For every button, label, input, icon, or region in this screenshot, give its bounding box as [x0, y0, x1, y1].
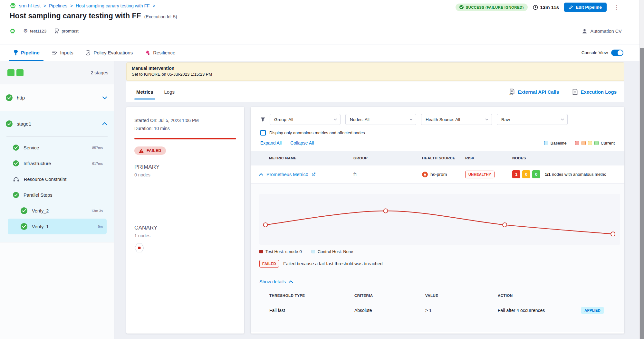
verification-progress-bar	[134, 138, 236, 139]
external-api-calls-link[interactable]: API External API Calls	[509, 89, 559, 95]
breadcrumb-separator: >	[153, 3, 155, 8]
divider	[6, 136, 108, 137]
resilience-icon	[145, 50, 150, 55]
anomalous-filter[interactable]: Display only anomalous metrics and affec…	[260, 130, 624, 136]
metric-details-expanded: Test Host: c-node-0 Control Host: None F…	[251, 184, 624, 332]
step-infrastructure[interactable]: Infrastructure 617ms	[8, 155, 107, 171]
document-icon	[572, 89, 578, 95]
metrics-filter-row: Group: All Nodes: All Health Source: All…	[251, 107, 624, 125]
nodes-summary-text: nodes with anomalous metric	[552, 172, 606, 177]
anomalous-node-count: 1	[512, 170, 520, 178]
breadcrumb-separator: >	[43, 3, 46, 8]
execution-logs-label: Execution Logs	[581, 89, 617, 95]
stages-summary: 2 stages	[0, 61, 114, 84]
chevron-down-icon	[102, 97, 107, 99]
filter-icon[interactable]	[260, 117, 265, 122]
console-view-toggle[interactable]	[611, 50, 623, 56]
anomalous-checkbox-label: Display only anomalous metrics and affec…	[269, 130, 365, 135]
group-filter-value: Group: All	[274, 117, 293, 122]
edit-pipeline-button[interactable]: Edit Pipeline	[564, 3, 607, 12]
collapse-all-link[interactable]: Collapse All	[290, 140, 314, 146]
user-icon	[582, 28, 587, 34]
page-title: Host sampling canary testing with FF	[10, 12, 141, 20]
success-check-icon	[13, 145, 19, 151]
metric-name-link[interactable]: Prometheus Metric0	[266, 172, 308, 177]
breadcrumb-pipeline-name[interactable]: Host sampling canary testing with FF	[76, 3, 150, 8]
nodes-filter-dropdown[interactable]: Nodes: All	[345, 114, 416, 125]
tab-pipeline-label: Pipeline	[21, 50, 40, 55]
test-host-label: Test Host: c-node-0	[265, 249, 302, 254]
col-criteria: CRITERIA	[354, 294, 425, 297]
show-details-link[interactable]: Show details	[259, 279, 293, 284]
stage-row-stage1[interactable]: stage1	[0, 111, 114, 136]
external-link-icon[interactable]	[312, 172, 316, 176]
success-check-icon	[21, 223, 27, 230]
scrollbar-thumb[interactable]	[640, 48, 644, 339]
health-source-filter-dropdown[interactable]: Health Source: All	[421, 114, 492, 125]
step-parallel-steps[interactable]: Parallel Steps	[8, 187, 107, 203]
success-check-icon	[6, 120, 13, 127]
tab-policy-evaluations-label: Policy Evaluations	[93, 50, 133, 55]
anomalous-checkbox[interactable]	[260, 130, 266, 136]
tab-metrics[interactable]: Metrics	[136, 81, 153, 102]
current-green-swatch-icon	[594, 141, 599, 145]
action-text: Fail after 4 occurrences	[498, 308, 545, 313]
started-on: Started On: Jul 5, 2023 1:06 PM	[134, 118, 236, 123]
chart-data-point[interactable]	[611, 232, 615, 236]
breadcrumb-project[interactable]: srm-hf-test	[19, 3, 41, 8]
success-check-icon	[13, 192, 19, 198]
col-action: ACTION	[498, 294, 606, 297]
col-metric-name: METRIC NAME	[269, 156, 353, 160]
step-verify-1[interactable]: Verify_1 9m	[8, 219, 107, 234]
duration: Duration: 10 mins	[134, 126, 236, 131]
tab-inputs[interactable]: Inputs	[52, 44, 73, 61]
group-filter-dropdown[interactable]: Group: All	[270, 114, 341, 125]
failed-badge: FAILED	[259, 260, 279, 268]
tab-logs[interactable]: Logs	[164, 81, 175, 102]
tab-resilience[interactable]: Resilience	[145, 44, 175, 61]
stage-square-icon	[7, 69, 14, 76]
step-resource-constraint[interactable]: Resource Constraint	[8, 171, 107, 187]
host-legend: Test Host: c-node-0 Control Host: None	[259, 249, 620, 254]
step-verify-2[interactable]: Verify_2 13m 3s	[8, 203, 107, 219]
primary-label: PRIMARY	[134, 164, 236, 170]
breadcrumb-pipelines[interactable]: Pipelines	[49, 3, 67, 8]
healthy-node-count: 0	[532, 170, 540, 178]
chart-data-point[interactable]	[264, 223, 268, 227]
canary-node-hexagon[interactable]	[134, 243, 144, 252]
inputs-icon	[52, 50, 57, 55]
baseline-label: Baseline	[551, 141, 567, 146]
kebab-menu-icon[interactable]: ⋮	[612, 4, 622, 11]
chevron-down-icon	[409, 118, 413, 120]
tab-policy-evaluations[interactable]: Policy Evaluations	[85, 44, 133, 61]
triggered-by-user: Automation CV	[582, 28, 622, 34]
metric-name-cell[interactable]: Prometheus Metric0	[259, 172, 353, 177]
execution-logs-link[interactable]: Execution Logs	[572, 89, 617, 95]
prometheus-icon	[422, 172, 428, 177]
vertical-scrollbar[interactable]	[639, 0, 644, 339]
stage-row-http[interactable]: http	[0, 84, 114, 111]
edit-pipeline-label: Edit Pipeline	[576, 5, 602, 10]
chart-data-point[interactable]	[384, 209, 388, 213]
manual-intervention-banner: Manual Intervention Set to IGNORE on 05-…	[126, 62, 624, 81]
app-root: srm-hf-test > Pipelines > Host sampling …	[0, 0, 644, 339]
chart-data-point[interactable]	[503, 223, 507, 227]
criteria-cell: Absolute	[354, 308, 425, 313]
stage1-section: stage1 Service 857ms Infrastructure 617m…	[0, 111, 114, 242]
status-badge: SUCCESS (FAILURE IGNORED)	[456, 4, 528, 11]
tab-pipeline[interactable]: Pipeline	[14, 44, 40, 61]
metrics-table-header: METRIC NAME GROUP HEALTH SOURCE RISK NOD…	[251, 151, 624, 165]
step-service[interactable]: Service 857ms	[8, 140, 107, 155]
canary-node-count: 1 nodes	[134, 233, 236, 238]
step-label: Resource Constraint	[24, 177, 66, 182]
action-cell: Fail after 4 occurrences APPLIED	[498, 307, 606, 314]
api-document-icon: API	[509, 89, 515, 95]
current-yellow-swatch-icon	[588, 141, 592, 145]
nodes-summary: 1/1nodes with anomalous metric	[545, 172, 606, 177]
col-nodes: NODES	[512, 156, 624, 160]
pipeline-icon	[14, 50, 18, 55]
expand-all-link[interactable]: Expand All	[260, 140, 286, 146]
col-health-source: HEALTH SOURCE	[422, 156, 465, 160]
breadcrumb-separator: >	[70, 3, 73, 8]
metric-view-dropdown[interactable]: Raw	[497, 114, 568, 125]
